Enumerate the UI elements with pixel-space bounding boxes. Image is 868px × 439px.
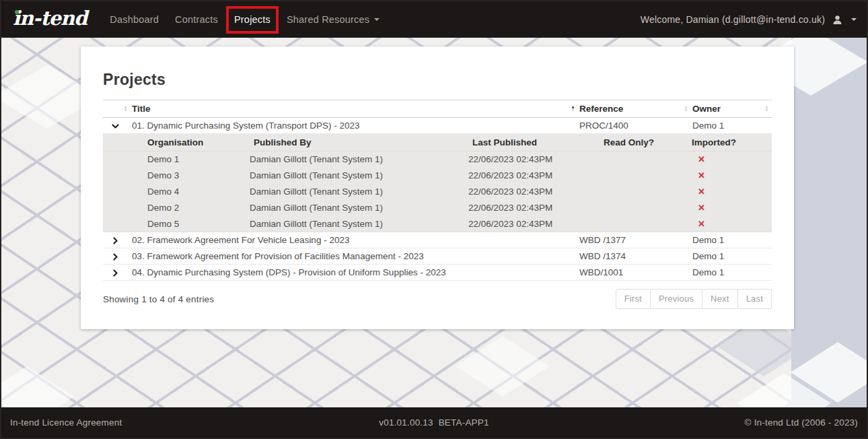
subtable-header-imported: Imported? bbox=[682, 134, 772, 151]
user-menu[interactable]: Welcome, Damian (d.gillott@in-tend.co.uk… bbox=[641, 14, 857, 26]
publication-read-only-cell bbox=[598, 184, 682, 200]
top-nav: in-tend DashboardContractsProjectsShared… bbox=[1, 1, 867, 38]
nav-menu: DashboardContractsProjectsShared Resourc… bbox=[102, 1, 388, 38]
publication-read-only-cell bbox=[598, 216, 682, 232]
page-title: Projects bbox=[103, 71, 772, 89]
pagination-previous[interactable]: Previous bbox=[651, 289, 702, 309]
publication-last-published-cell: 22/06/2023 02:43PM bbox=[467, 216, 598, 232]
footer-licence-link[interactable]: In-tend Licence Agreement bbox=[10, 417, 122, 428]
project-title-cell: 01. Dynamic Purchasing System (Transport… bbox=[131, 118, 578, 134]
background-diamond bbox=[1, 366, 74, 407]
nav-item-projects[interactable]: Projects bbox=[234, 1, 270, 38]
publication-row: Demo 3Damian Gillott (Tenant System 1)22… bbox=[103, 168, 772, 184]
publication-published-by-cell: Damian Gillott (Tenant System 1) bbox=[248, 151, 467, 168]
footer-copyright: © In-tend Ltd (2006 - 2023) bbox=[745, 417, 858, 428]
publication-published-by-cell: Damian Gillott (Tenant System 1) bbox=[248, 168, 467, 184]
x-icon: ✕ bbox=[698, 154, 705, 164]
publication-organisation-cell: Demo 5 bbox=[103, 216, 248, 232]
publication-imported-cell: ✕ bbox=[682, 184, 772, 200]
nav-item-label: Dashboard bbox=[110, 14, 159, 25]
column-header-title[interactable]: Title▲▼ bbox=[131, 100, 578, 118]
brand-logo-text: in-tend bbox=[13, 7, 87, 30]
project-owner-cell: Demo 1 bbox=[691, 265, 772, 281]
footer: In-tend Licence Agreement v01.01.00.13 B… bbox=[1, 407, 867, 438]
project-row: 02. Framework Agreement For Vehicle Leas… bbox=[103, 232, 772, 248]
subtable-header-published-by: Published By bbox=[248, 134, 467, 151]
nav-item-label: Projects bbox=[234, 14, 270, 25]
pagination-next[interactable]: Next bbox=[702, 289, 738, 309]
sort-icon: ▲▼ bbox=[684, 105, 688, 112]
x-icon: ✕ bbox=[698, 187, 705, 197]
projects-table: ▲▼Title▲▼Reference▲▼Owner▲▼ 01. Dynamic … bbox=[103, 100, 772, 281]
expanded-detail-row: OrganisationPublished ByLast PublishedRe… bbox=[103, 134, 772, 232]
publication-organisation-cell: Demo 4 bbox=[103, 184, 248, 200]
nav-item-label: Shared Resources bbox=[287, 14, 369, 25]
logo-green-dot-icon bbox=[15, 10, 19, 14]
publication-last-published-cell: 22/06/2023 02:43PM bbox=[467, 151, 598, 168]
sort-icon: ▲▼ bbox=[123, 105, 128, 112]
chevron-right-icon bbox=[111, 252, 120, 261]
publication-read-only-cell bbox=[598, 151, 682, 168]
publication-published-by-cell: Damian Gillott (Tenant System 1) bbox=[248, 184, 467, 200]
row-expander[interactable] bbox=[103, 118, 131, 134]
publication-read-only-cell bbox=[598, 200, 682, 216]
publication-read-only-cell bbox=[598, 168, 682, 184]
project-title-cell: 04. Dynamic Purchasing System (DPS) - Pr… bbox=[131, 265, 578, 281]
publication-row: Demo 2Damian Gillott (Tenant System 1)22… bbox=[103, 200, 772, 216]
nav-item-shared-resources[interactable]: Shared Resources bbox=[287, 1, 379, 38]
chevron-down-icon bbox=[111, 122, 120, 131]
publication-organisation-cell: Demo 3 bbox=[103, 168, 248, 184]
welcome-text: Welcome, Damian (d.gillott@in-tend.co.uk… bbox=[641, 14, 825, 25]
publication-published-by-cell: Damian Gillott (Tenant System 1) bbox=[248, 216, 467, 232]
publication-imported-cell: ✕ bbox=[682, 200, 772, 216]
caret-down-icon bbox=[851, 18, 857, 21]
subtable-header-read-only: Read Only? bbox=[598, 134, 682, 151]
projects-card: Projects ▲▼Title▲▼Reference▲▼Owner▲▼ 01.… bbox=[81, 46, 794, 329]
column-label: Owner bbox=[692, 104, 721, 114]
column-header-reference[interactable]: Reference▲▼ bbox=[578, 100, 691, 118]
project-reference-cell: WBD /1377 bbox=[578, 232, 691, 248]
project-reference-cell: PROC/1400 bbox=[578, 118, 691, 134]
column-header-owner[interactable]: Owner▲▼ bbox=[691, 100, 772, 118]
pagination: FirstPreviousNextLast bbox=[616, 289, 772, 309]
subtable-header-organisation: Organisation bbox=[103, 134, 248, 151]
project-row: 03. Framework Agreement for Provision of… bbox=[103, 248, 772, 265]
x-icon: ✕ bbox=[698, 203, 705, 213]
pagination-last[interactable]: Last bbox=[738, 289, 772, 309]
publication-published-by-cell: Damian Gillott (Tenant System 1) bbox=[248, 200, 467, 216]
background-diamond bbox=[456, 336, 550, 397]
project-title-cell: 03. Framework Agreement for Provision of… bbox=[131, 248, 578, 265]
project-reference-cell: WBD /1374 bbox=[578, 248, 691, 265]
project-owner-cell: Demo 1 bbox=[691, 118, 772, 134]
project-owner-cell: Demo 1 bbox=[691, 248, 772, 265]
entries-summary: Showing 1 to 4 of 4 entries bbox=[103, 294, 214, 304]
publication-last-published-cell: 22/06/2023 02:43PM bbox=[467, 184, 598, 200]
row-expander[interactable] bbox=[103, 265, 131, 281]
chevron-right-icon bbox=[111, 236, 120, 245]
row-expander[interactable] bbox=[103, 248, 131, 265]
caret-down-icon bbox=[374, 18, 379, 21]
app-window: in-tend DashboardContractsProjectsShared… bbox=[0, 0, 868, 439]
x-icon: ✕ bbox=[698, 170, 705, 180]
sort-icon: ▲▼ bbox=[764, 105, 769, 112]
brand-logo[interactable]: in-tend bbox=[13, 7, 87, 30]
nav-item-label: Contracts bbox=[175, 14, 218, 25]
publication-imported-cell: ✕ bbox=[682, 151, 772, 168]
publication-row: Demo 5Damian Gillott (Tenant System 1)22… bbox=[103, 216, 772, 232]
x-icon: ✕ bbox=[698, 219, 705, 229]
column-label: Title bbox=[132, 104, 151, 114]
nav-item-contracts[interactable]: Contracts bbox=[175, 1, 218, 38]
column-header-expander[interactable]: ▲▼ bbox=[103, 100, 131, 118]
pagination-first[interactable]: First bbox=[616, 289, 651, 309]
nav-item-dashboard[interactable]: Dashboard bbox=[110, 1, 159, 38]
row-expander[interactable] bbox=[103, 232, 131, 248]
page-background: Projects ▲▼Title▲▼Reference▲▼Owner▲▼ 01.… bbox=[1, 38, 867, 407]
project-row: 04. Dynamic Purchasing System (DPS) - Pr… bbox=[103, 265, 772, 281]
project-title-cell: 02. Framework Agreement For Vehicle Leas… bbox=[131, 232, 578, 248]
publications-subtable: OrganisationPublished ByLast PublishedRe… bbox=[103, 134, 772, 232]
sort-asc-icon: ▲▼ bbox=[571, 105, 575, 112]
footer-version: v01.01.00.13 BETA-APP1 bbox=[379, 417, 489, 428]
publication-last-published-cell: 22/06/2023 02:43PM bbox=[467, 168, 598, 184]
publication-organisation-cell: Demo 1 bbox=[103, 151, 248, 168]
publication-imported-cell: ✕ bbox=[682, 216, 772, 232]
